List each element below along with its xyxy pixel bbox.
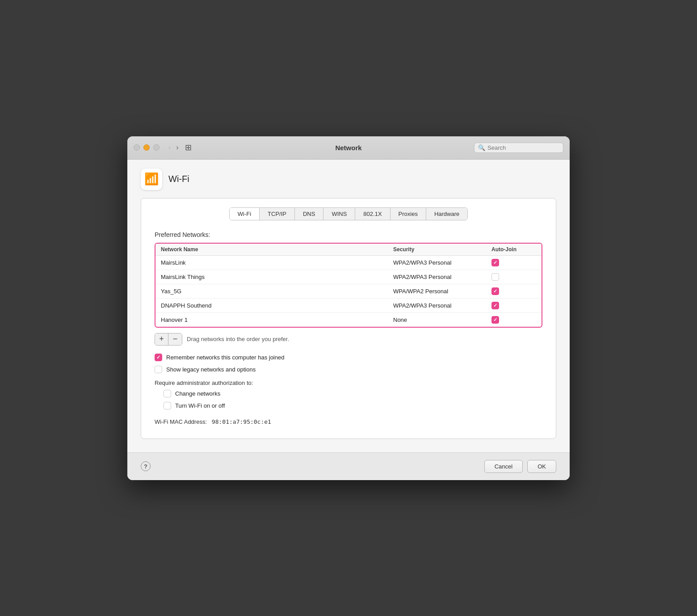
nav-buttons: ‹ ›: [167, 143, 181, 152]
tab-wins[interactable]: WINS: [323, 208, 355, 220]
turn-wifi-row: Turn Wi-Fi on or off: [164, 402, 542, 409]
remove-network-button[interactable]: −: [168, 333, 182, 345]
table-body: MairsLink WPA2/WPA3 Personal MairsLink T…: [155, 256, 542, 327]
tab-dns[interactable]: DNS: [295, 208, 323, 220]
titlebar: ‹ › ⊞ Network 🔍: [127, 136, 570, 160]
tab-hardware[interactable]: Hardware: [426, 208, 467, 220]
table-row: Hanover 1 None: [155, 313, 542, 327]
bottom-bar: ? Cancel OK: [127, 452, 570, 480]
close-button[interactable]: [134, 144, 140, 151]
content-area: 📶 Wi-Fi Wi-Fi TCP/IP DNS WINS 802.1X Pro…: [127, 160, 570, 452]
table-row: Yas_5G WPA/WPA2 Personal: [155, 284, 542, 299]
auto-join-checkbox-1[interactable]: [491, 259, 499, 266]
security-5: None: [393, 316, 491, 323]
security-3: WPA/WPA2 Personal: [393, 288, 491, 295]
col-network-name: Network Name: [161, 246, 393, 253]
table-header: Network Name Security Auto-Join: [155, 244, 542, 256]
main-window: ‹ › ⊞ Network 🔍 📶 Wi-Fi Wi-Fi TCP/IP DNS…: [127, 136, 570, 480]
table-row: DNAPPH Southend WPA2/WPA3 Personal: [155, 299, 542, 313]
networks-table: Network Name Security Auto-Join MairsLin…: [155, 243, 542, 328]
turn-wifi-checkbox[interactable]: [164, 402, 171, 409]
auto-join-checkbox-2[interactable]: [491, 273, 499, 281]
tab-wifi[interactable]: Wi-Fi: [230, 208, 260, 220]
col-security: Security: [393, 246, 491, 253]
col-auto-join: Auto-Join: [491, 246, 536, 253]
search-input[interactable]: [487, 144, 559, 151]
require-admin-label: Require administrator authorization to:: [155, 380, 542, 386]
wifi-icon-container: 📶: [141, 169, 162, 190]
cancel-button[interactable]: Cancel: [484, 460, 523, 473]
minimize-button[interactable]: [143, 144, 150, 151]
action-buttons: Cancel OK: [484, 460, 556, 473]
grid-button[interactable]: ⊞: [185, 143, 192, 152]
security-1: WPA2/WPA3 Personal: [393, 259, 491, 266]
network-name-3: Yas_5G: [161, 288, 393, 295]
search-box[interactable]: 🔍: [474, 143, 563, 153]
search-icon: 🔍: [478, 144, 485, 151]
remember-networks-row: Remember networks this computer has join…: [155, 354, 542, 361]
remember-networks-label: Remember networks this computer has join…: [166, 354, 284, 361]
tabs-container: Wi-Fi TCP/IP DNS WINS 802.1X Proxies Har…: [229, 207, 468, 220]
add-remove-group: + −: [155, 333, 182, 346]
add-network-button[interactable]: +: [155, 333, 168, 345]
window-title: Network: [335, 144, 361, 152]
mac-address-row: Wi-Fi MAC Address: 98:01:a7:95:0c:e1: [155, 418, 542, 425]
show-legacy-checkbox[interactable]: [155, 366, 162, 373]
mac-address-value: 98:01:a7:95:0c:e1: [212, 418, 271, 425]
wifi-section-title: Wi-Fi: [168, 174, 189, 184]
network-name-1: MairsLink: [161, 259, 393, 266]
wifi-header: 📶 Wi-Fi: [141, 169, 556, 190]
ok-button[interactable]: OK: [527, 460, 556, 473]
table-controls: + − Drag networks into the order you pre…: [155, 333, 542, 346]
back-button[interactable]: ‹: [167, 143, 172, 152]
drag-hint: Drag networks into the order you prefer.: [187, 336, 289, 342]
maximize-button[interactable]: [153, 144, 160, 151]
turn-wifi-label: Turn Wi-Fi on or off: [175, 402, 225, 409]
tab-proxies[interactable]: Proxies: [390, 208, 426, 220]
security-4: WPA2/WPA3 Personal: [393, 302, 491, 309]
auto-join-checkbox-4[interactable]: [491, 302, 499, 309]
traffic-lights: [134, 144, 160, 151]
remember-networks-checkbox[interactable]: [155, 354, 162, 361]
auto-join-checkbox-5[interactable]: [491, 316, 499, 324]
inner-panel: Wi-Fi TCP/IP DNS WINS 802.1X Proxies Har…: [141, 198, 556, 439]
mac-address-label: Wi-Fi MAC Address:: [155, 418, 207, 425]
network-name-5: Hanover 1: [161, 316, 393, 323]
change-networks-label: Change networks: [175, 390, 220, 397]
forward-button[interactable]: ›: [174, 143, 180, 152]
tab-8021x[interactable]: 802.1X: [355, 208, 390, 220]
network-name-2: MairsLink Things: [161, 274, 393, 280]
change-networks-checkbox[interactable]: [164, 390, 171, 397]
wifi-icon: 📶: [144, 172, 159, 186]
table-row: MairsLink Things WPA2/WPA3 Personal: [155, 270, 542, 284]
security-2: WPA2/WPA3 Personal: [393, 274, 491, 280]
auto-join-checkbox-3[interactable]: [491, 287, 499, 295]
network-name-4: DNAPPH Southend: [161, 302, 393, 309]
change-networks-row: Change networks: [164, 390, 542, 397]
table-row: MairsLink WPA2/WPA3 Personal: [155, 256, 542, 270]
tab-tcpip[interactable]: TCP/IP: [260, 208, 295, 220]
help-button[interactable]: ?: [141, 461, 151, 471]
preferred-networks-label: Preferred Networks:: [155, 231, 542, 238]
show-legacy-row: Show legacy networks and options: [155, 366, 542, 373]
show-legacy-label: Show legacy networks and options: [166, 366, 256, 373]
sub-options: Change networks Turn Wi-Fi on or off: [164, 390, 542, 409]
